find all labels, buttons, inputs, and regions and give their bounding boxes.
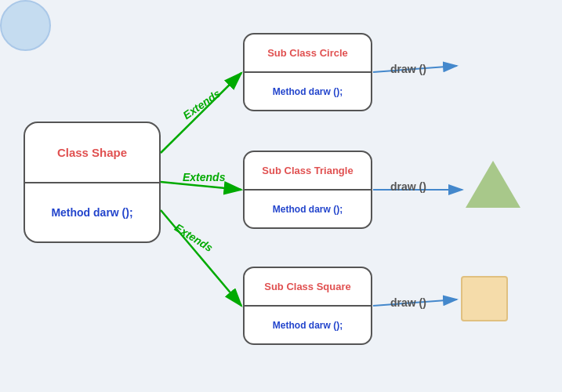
subclass-circle-title: Sub Class Circle <box>267 47 348 59</box>
extends-label-triangle: Extends <box>183 171 225 183</box>
subclass-triangle-title: Sub Class Triangle <box>262 165 353 176</box>
subclass-circle-top: Sub Class Circle <box>245 34 371 73</box>
circle-shape-icon <box>0 0 51 51</box>
subclass-square-box: Sub Class Square Method darw (); <box>243 267 372 345</box>
subclass-triangle-top: Sub Class Triangle <box>245 152 371 191</box>
subclass-square-method: Method darw (); <box>273 320 343 331</box>
subclass-triangle-box: Sub Class Triangle Method darw (); <box>243 151 372 229</box>
triangle-shape-icon <box>466 161 520 208</box>
subclass-circle-bottom: Method darw (); <box>245 73 371 110</box>
subclass-square-top: Sub Class Square <box>245 268 371 307</box>
diagram-container: Class Shape Method darw (); Sub Class Ci… <box>0 0 562 392</box>
draw-label-triangle: draw () <box>390 180 426 193</box>
extends-label-square: Extends <box>172 221 216 254</box>
subclass-circle-method: Method darw (); <box>273 86 343 97</box>
subclass-triangle-method: Method darw (); <box>273 204 343 215</box>
subclass-triangle-bottom: Method darw (); <box>245 191 371 227</box>
class-shape-box: Class Shape Method darw (); <box>24 122 161 243</box>
draw-label-square: draw () <box>390 296 426 309</box>
draw-label-circle: draw () <box>390 63 426 75</box>
subclass-circle-box: Sub Class Circle Method darw (); <box>243 33 372 111</box>
extends-arrow-circle <box>161 73 241 153</box>
class-shape-method: Method darw (); <box>51 206 132 219</box>
extends-label-circle: Extends <box>180 87 223 122</box>
subclass-square-bottom: Method darw (); <box>245 307 371 343</box>
class-shape-top: Class Shape <box>25 123 159 183</box>
extends-arrow-square <box>161 210 241 306</box>
subclass-square-title: Sub Class Square <box>264 281 351 292</box>
class-shape-title: Class Shape <box>57 146 127 159</box>
square-shape-icon <box>461 276 508 321</box>
class-shape-bottom: Method darw (); <box>25 183 159 242</box>
